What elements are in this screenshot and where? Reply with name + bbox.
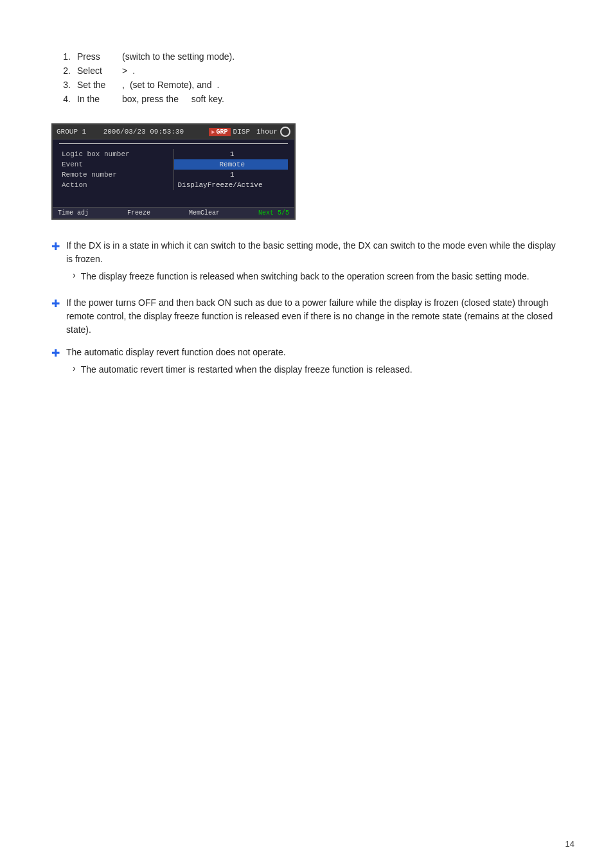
bullet-icon-2: ✚	[51, 297, 60, 311]
instruction-row-1: 1. Press (switch to the setting mode).	[51, 51, 562, 62]
screen-divider	[59, 143, 288, 144]
screen-badge: ▶ GRP	[209, 128, 230, 136]
clock-icon	[280, 127, 290, 137]
table-row: Event Remote	[59, 159, 288, 170]
sub-bullet-text-1-1: The display freeze function is released …	[81, 270, 529, 283]
bullet-text-3: The automatic display revert function do…	[66, 347, 286, 357]
instruction-label-2: Select	[77, 66, 122, 76]
bullet-content-1: If the DX is in a state in which it can …	[66, 239, 562, 287]
instructions-list: 1. Press (switch to the setting mode). 2…	[51, 51, 562, 104]
bullet-text-1: If the DX is in a state in which it can …	[66, 240, 556, 264]
instruction-label-4: In the	[77, 94, 122, 104]
instruction-label-1: Press	[77, 51, 122, 62]
screen-header: GROUP 1 2006/03/23 09:53:30 ▶ GRP DISP 1…	[53, 125, 294, 139]
instruction-num-1: 1.	[51, 51, 71, 62]
screen-row-value-1: 1	[173, 149, 288, 159]
sub-arrow-3-1: ›	[73, 363, 76, 373]
bullet-content-3: The automatic display revert function do…	[66, 346, 413, 380]
instruction-label-3: Set the	[77, 80, 122, 90]
instruction-num-3: 3.	[51, 80, 71, 90]
sub-bullet-list-1: › The display freeze function is release…	[73, 270, 562, 283]
bullet-content-2: If the power turns OFF and then back ON …	[66, 296, 562, 337]
page-number: 14	[565, 839, 574, 849]
bullet-item-2: ✚ If the power turns OFF and then back O…	[51, 296, 562, 337]
bullet-item-3: ✚ The automatic display revert function …	[51, 346, 562, 380]
instruction-content-1: (switch to the setting mode).	[122, 51, 235, 62]
screen-row-value-3: 1	[173, 170, 288, 180]
sub-bullet-item-1-1: › The display freeze function is release…	[73, 270, 562, 283]
footer-btn-time-adj[interactable]: Time adj	[58, 209, 89, 217]
footer-btn-next[interactable]: Next 5/5	[258, 209, 289, 217]
screen-footer: Time adj Freeze MemClear Next 5/5	[53, 207, 294, 218]
bullet-item-1: ✚ If the DX is in a state in which it ca…	[51, 239, 562, 287]
screen-row-label-1: Logic box number	[59, 149, 173, 159]
screen-group-label: GROUP 1 2006/03/23 09:53:30	[57, 128, 206, 136]
sub-bullet-list-3: › The automatic revert timer is restarte…	[73, 363, 413, 376]
screen-row-value-4: DisplayFreeze/Active	[173, 180, 288, 190]
instruction-num-2: 2.	[51, 66, 71, 76]
sub-bullet-text-3-1: The automatic revert timer is restarted …	[81, 363, 413, 376]
screen-body: Logic box number 1 Event Remote Remote n…	[53, 139, 294, 194]
bullet-text-2: If the power turns OFF and then back ON …	[66, 297, 553, 335]
device-screen: GROUP 1 2006/03/23 09:53:30 ▶ GRP DISP 1…	[51, 123, 296, 220]
screen-time-display: 1hour	[256, 127, 290, 137]
instruction-content-3: , (set to Remote), and .	[122, 80, 219, 90]
bullet-section: ✚ If the DX is in a state in which it ca…	[51, 239, 562, 380]
screen-time-label: 1hour	[256, 128, 278, 136]
screen-table: Logic box number 1 Event Remote Remote n…	[59, 149, 288, 190]
table-row: Action DisplayFreeze/Active	[59, 180, 288, 190]
instruction-row-3: 3. Set the , (set to Remote), and .	[51, 80, 562, 90]
instruction-content-4: box, press the soft key.	[122, 94, 224, 104]
bullet-icon-3: ✚	[51, 346, 60, 360]
instruction-content-2: > .	[122, 66, 135, 76]
sub-bullet-item-3-1: › The automatic revert timer is restarte…	[73, 363, 413, 376]
table-row: Logic box number 1	[59, 149, 288, 159]
instruction-num-4: 4.	[51, 94, 71, 104]
table-row: Remote number 1	[59, 170, 288, 180]
footer-btn-memclear[interactable]: MemClear	[189, 209, 220, 217]
screen-disp-label: DISP	[233, 128, 250, 136]
instruction-row-4: 4. In the box, press the soft key.	[51, 94, 562, 104]
sub-arrow-1-1: ›	[73, 270, 76, 280]
screen-row-label-4: Action	[59, 180, 173, 190]
screen-row-label-2: Event	[59, 159, 173, 170]
instruction-row-2: 2. Select > .	[51, 66, 562, 76]
bullet-icon-1: ✚	[51, 240, 60, 254]
footer-btn-freeze[interactable]: Freeze	[127, 209, 150, 217]
screen-row-label-3: Remote number	[59, 170, 173, 180]
screen-row-value-2: Remote	[173, 159, 288, 170]
